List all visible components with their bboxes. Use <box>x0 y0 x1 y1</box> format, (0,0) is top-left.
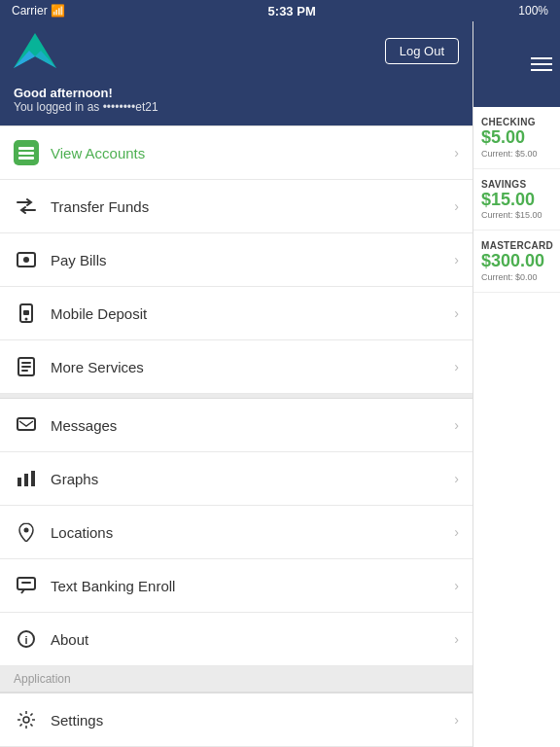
chevron-icon: › <box>454 145 459 160</box>
settings-label: Settings <box>51 712 103 729</box>
secondary-menu: Messages › Graphs › <box>0 398 472 666</box>
chevron-icon: › <box>454 524 459 540</box>
mastercard-amount: $300.00 <box>481 251 552 272</box>
battery: 100% <box>518 4 548 18</box>
menu-item-graphs[interactable]: Graphs › <box>0 452 472 506</box>
account-card-checking[interactable]: CHECKING $5.00 Current: $5.00 <box>473 107 560 169</box>
about-label: About <box>51 631 88 648</box>
checking-amount: $5.00 <box>481 127 552 149</box>
svg-rect-5 <box>18 157 34 160</box>
svg-rect-16 <box>18 478 21 486</box>
chevron-icon: › <box>454 252 459 267</box>
login-as-text: You logged in as ••••••••et21 <box>14 100 459 114</box>
savings-current: Current: $15.00 <box>481 210 552 220</box>
app-container: Log Out Good afternoon! You logged in as… <box>0 21 560 747</box>
nav-header: Log Out <box>0 21 472 80</box>
transfer-funds-label: Transfer Funds <box>51 198 149 215</box>
status-bar: Carrier 📶 5:33 PM 100% <box>0 0 560 21</box>
hamburger-line-2 <box>531 63 552 65</box>
mobile-deposit-icon <box>14 301 39 326</box>
locations-icon <box>14 519 39 545</box>
primary-menu: View Accounts › Transfer Funds › <box>0 125 472 394</box>
application-section-header: Application <box>0 666 472 693</box>
svg-point-7 <box>23 257 29 263</box>
menu-item-mobile-deposit[interactable]: Mobile Deposit › <box>0 287 472 340</box>
savings-amount: $15.00 <box>481 190 552 211</box>
pay-bills-icon <box>14 247 39 272</box>
menu-item-about[interactable]: i About › <box>0 613 472 666</box>
pay-bills-label: Pay Bills <box>51 252 107 268</box>
svg-text:i: i <box>24 634 27 646</box>
menu-item-transfer-funds[interactable]: Transfer Funds › <box>0 180 472 233</box>
about-icon: i <box>14 626 39 652</box>
more-services-label: More Services <box>51 359 144 375</box>
svg-point-9 <box>25 318 28 321</box>
mastercard-type: MASTERCARD <box>481 240 552 251</box>
menu-item-locations[interactable]: Locations › <box>0 506 472 559</box>
checking-current: Current: $5.00 <box>481 149 552 159</box>
right-panel-header <box>473 21 560 107</box>
app-logo <box>14 33 56 68</box>
logout-button[interactable]: Log Out <box>385 38 459 64</box>
clock: 5:33 PM <box>268 4 316 18</box>
right-panel: CHECKING $5.00 Current: $5.00 SAVINGS $1… <box>472 21 560 747</box>
view-accounts-label: View Accounts <box>51 145 145 161</box>
svg-rect-12 <box>21 362 31 364</box>
chevron-icon: › <box>454 712 459 728</box>
chevron-icon: › <box>454 305 459 321</box>
checking-type: CHECKING <box>481 117 552 127</box>
svg-point-19 <box>24 528 29 533</box>
svg-rect-15 <box>18 418 35 430</box>
savings-type: SAVINGS <box>481 179 552 190</box>
svg-rect-13 <box>21 366 31 368</box>
menu-item-messages[interactable]: Messages › <box>0 399 472 452</box>
text-banking-label: Text Banking Enroll <box>51 578 175 594</box>
svg-rect-14 <box>21 370 28 372</box>
hamburger-line-1 <box>531 57 552 59</box>
greeting-area: Good afternoon! You logged in as •••••••… <box>0 80 472 125</box>
graphs-icon <box>14 466 39 491</box>
svg-point-24 <box>23 717 29 723</box>
svg-rect-21 <box>21 582 31 584</box>
mobile-deposit-label: Mobile Deposit <box>51 305 147 322</box>
svg-rect-4 <box>18 152 34 155</box>
transfer-funds-icon <box>14 194 39 219</box>
status-right: 100% <box>518 4 548 18</box>
svg-rect-17 <box>24 474 28 486</box>
chevron-icon: › <box>454 631 459 647</box>
chevron-icon: › <box>454 198 459 214</box>
chevron-icon: › <box>454 417 459 433</box>
more-services-icon <box>14 354 39 379</box>
chevron-icon: › <box>454 471 459 486</box>
greeting-text: Good afternoon! <box>14 86 459 100</box>
messages-icon <box>14 412 39 438</box>
svg-rect-3 <box>18 147 34 150</box>
menu-item-more-services[interactable]: More Services › <box>0 340 472 394</box>
nav-panel: Log Out Good afternoon! You logged in as… <box>0 21 472 747</box>
settings-icon <box>14 707 39 732</box>
menu-item-view-accounts[interactable]: View Accounts › <box>0 126 472 180</box>
carrier-wifi: Carrier 📶 <box>12 4 65 18</box>
mastercard-current: Current: $0.00 <box>481 272 552 282</box>
view-accounts-icon <box>14 140 39 165</box>
messages-label: Messages <box>51 417 117 434</box>
svg-rect-18 <box>31 471 35 486</box>
account-card-mastercard[interactable]: MASTERCARD $300.00 Current: $0.00 <box>473 231 560 293</box>
locations-label: Locations <box>51 524 113 541</box>
svg-rect-10 <box>23 310 29 315</box>
menu-item-settings[interactable]: Settings › <box>0 694 472 747</box>
menu-item-text-banking[interactable]: Text Banking Enroll › <box>0 559 472 613</box>
hamburger-line-3 <box>531 69 552 71</box>
text-banking-icon <box>14 573 39 598</box>
app-menu: Settings › <box>0 693 472 747</box>
hamburger-menu[interactable] <box>531 57 552 71</box>
account-card-savings[interactable]: SAVINGS $15.00 Current: $15.00 <box>473 169 560 231</box>
graphs-label: Graphs <box>51 471 98 487</box>
chevron-icon: › <box>454 359 459 374</box>
chevron-icon: › <box>454 578 459 593</box>
menu-item-pay-bills[interactable]: Pay Bills › <box>0 233 472 287</box>
